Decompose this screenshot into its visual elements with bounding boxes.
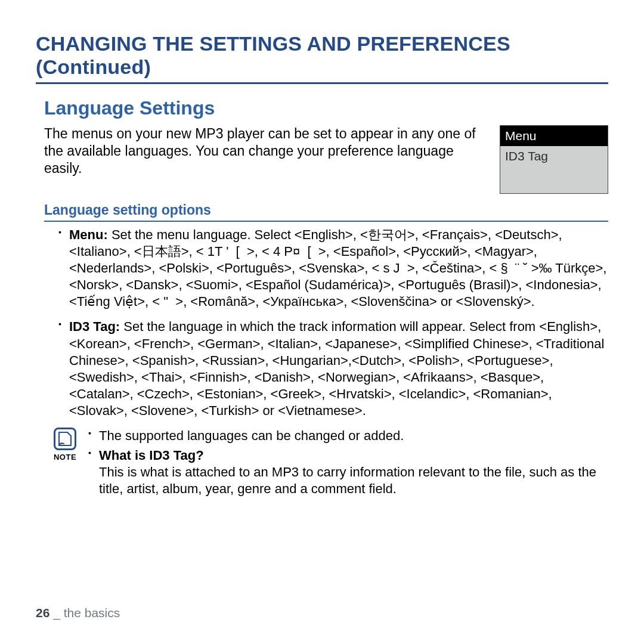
list-item: What is ID3 Tag? This is what is attache… xyxy=(88,447,608,497)
menu-box-row: ID3 Tag xyxy=(500,146,608,166)
note-question: What is ID3 Tag? xyxy=(99,448,204,463)
menu-preview-box: Menu ID3 Tag xyxy=(500,125,608,194)
option-label-menu: Menu: xyxy=(69,227,108,242)
option-text-id3: Set the language in which the track info… xyxy=(69,319,604,418)
options-list: Menu: Set the menu language. Select <Eng… xyxy=(44,227,608,420)
intro-paragraph: The menus on your new MP3 player can be … xyxy=(44,125,491,177)
list-item: ID3 Tag: Set the language in which the t… xyxy=(58,318,608,419)
page-title: CHANGING THE SETTINGS AND PREFERENCES (C… xyxy=(36,32,608,84)
options-heading: Language setting options xyxy=(44,202,608,222)
option-label-id3: ID3 Tag: xyxy=(69,319,120,334)
page-footer: 26 _ the basics xyxy=(36,606,120,620)
menu-box-spacer xyxy=(500,167,608,193)
note-badge: NOTE xyxy=(50,428,80,462)
section-heading: Language Settings xyxy=(44,97,608,119)
note-icon xyxy=(54,428,76,450)
note-list: The supported languages can be changed o… xyxy=(88,428,608,500)
footer-section: the basics xyxy=(64,606,120,620)
list-item: Menu: Set the menu language. Select <Eng… xyxy=(58,227,608,311)
menu-box-header: Menu xyxy=(500,126,608,146)
footer-sep: _ xyxy=(49,606,63,620)
list-item: The supported languages can be changed o… xyxy=(88,428,608,444)
note-answer: This is what is attached to an MP3 to ca… xyxy=(99,464,608,497)
note-label: NOTE xyxy=(54,453,76,462)
page-number: 26 xyxy=(36,606,49,620)
option-text-menu: Set the menu language. Select <English>,… xyxy=(69,227,606,309)
